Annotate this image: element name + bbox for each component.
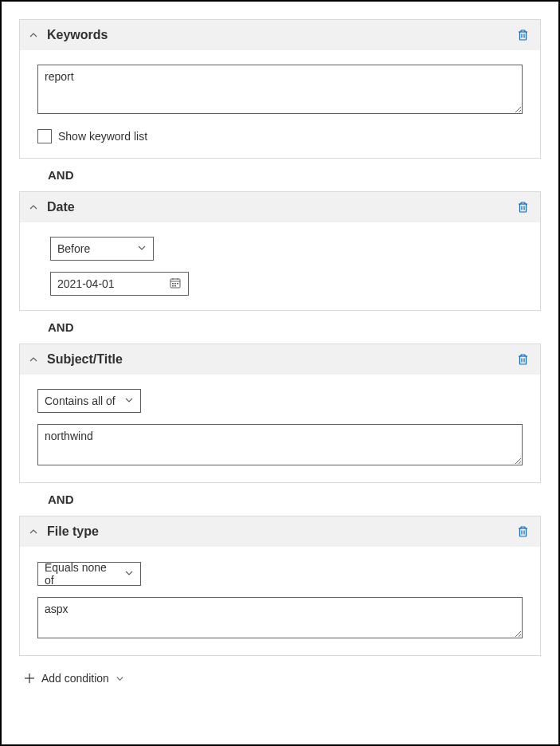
filetype-input[interactable] (37, 597, 523, 638)
chevron-down-icon (137, 242, 147, 255)
and-operator: AND (19, 483, 541, 516)
keywords-card: Keywords Show keyword list (19, 19, 541, 159)
filetype-title: File type (47, 524, 516, 539)
date-header[interactable]: Date (20, 192, 540, 222)
show-keyword-list-label: Show keyword list (58, 130, 147, 143)
plus-icon (24, 673, 35, 684)
add-condition-button[interactable]: Add condition (19, 656, 541, 685)
filetype-operator-select[interactable]: Equals none of (37, 562, 141, 586)
calendar-icon[interactable] (169, 277, 183, 291)
chevron-down-icon (116, 673, 125, 683)
svg-rect-1 (172, 283, 174, 285)
filetype-header[interactable]: File type (20, 516, 540, 547)
subject-operator-value: Contains all of (45, 395, 116, 407)
subject-input[interactable] (37, 424, 523, 465)
chevron-down-icon (124, 395, 134, 407)
date-title: Date (47, 200, 516, 214)
delete-icon[interactable] (516, 201, 529, 214)
keywords-input[interactable] (37, 65, 523, 114)
subject-card: Subject/Title Contains all of (19, 344, 541, 483)
and-operator: AND (19, 159, 541, 191)
chevron-up-icon (28, 202, 39, 213)
subject-operator-select[interactable]: Contains all of (37, 389, 141, 413)
date-operator-select[interactable]: Before (50, 237, 154, 261)
subject-header[interactable]: Subject/Title (20, 344, 540, 375)
subject-title: Subject/Title (47, 352, 516, 367)
svg-rect-5 (174, 285, 176, 287)
filetype-card: File type Equals none of (19, 516, 541, 656)
chevron-down-icon (124, 567, 134, 580)
svg-rect-4 (172, 285, 174, 287)
chevron-up-icon (28, 29, 39, 41)
keywords-header[interactable]: Keywords (20, 20, 540, 50)
delete-icon[interactable] (516, 525, 529, 538)
svg-rect-3 (177, 283, 178, 285)
show-keyword-list-checkbox[interactable] (37, 129, 52, 143)
date-value: 2021-04-01 (57, 277, 115, 290)
delete-icon[interactable] (516, 353, 529, 366)
add-condition-label: Add condition (41, 672, 109, 685)
date-operator-value: Before (57, 242, 90, 255)
date-input[interactable]: 2021-04-01 (50, 272, 189, 296)
svg-rect-2 (174, 283, 176, 285)
and-operator: AND (19, 311, 541, 344)
filetype-operator-value: Equals none of (45, 561, 118, 587)
chevron-up-icon (28, 354, 39, 365)
date-card: Date Before 2021-04-01 (19, 191, 541, 311)
chevron-up-icon (28, 526, 39, 537)
delete-icon[interactable] (516, 29, 529, 41)
keywords-title: Keywords (47, 28, 516, 42)
